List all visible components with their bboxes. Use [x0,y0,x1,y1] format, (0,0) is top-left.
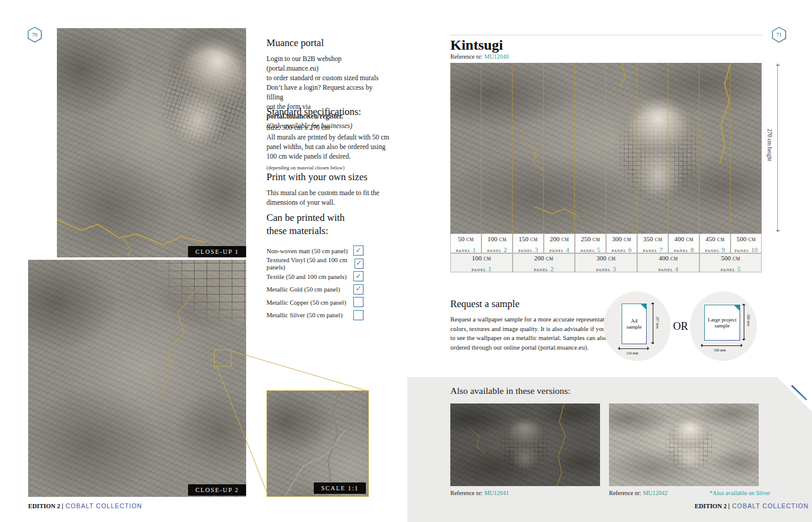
version1-thumbnail [450,403,600,486]
top-rule [450,35,762,35]
reference-number: MU12041 [484,490,509,496]
material-checkbox[interactable] [353,297,363,307]
panel-cell: 200CMPANEL4 [544,233,575,253]
voxel-face [657,408,723,481]
a4-sample-badge: A4 sample 297 mm 210 mm [604,292,671,361]
panel-cell: 300CMPANEL6 [606,233,637,253]
catalog-spread: 70 CLOSE-UP 1 CLOSE-UP 2 SCALE 1:1 [0,0,812,522]
version2-thumbnail [609,403,759,486]
portal-line: to order standard or custom sized murals [266,73,386,83]
specs-line: 100 cm wide panels if desired. [266,151,392,161]
closeup1-label: CLOSE-UP 1 [188,246,246,257]
arrow-down-icon [775,230,780,232]
panel-cell: 500CMPANEL10 [731,233,762,253]
materials-title: Can be printed with [266,212,363,224]
right-footer: EDITION 2 | COBALT COLLECTION [695,502,784,509]
page-number: 71 [771,26,787,43]
check-icon: ✓ [355,285,361,292]
scale-inset-image: SCALE 1:1 [266,390,369,497]
material-row: Metallic Gold (50 cm panel) ✓ [266,283,363,296]
material-checkbox[interactable]: ✓ [355,259,363,269]
product-title: Kintsugi [450,37,509,53]
material-row: Metallic Copper (50 cm panel) [266,296,363,309]
panel-cell: 450CMPANEL9 [699,233,731,253]
a4-paper-icon: A4 sample [622,304,647,344]
main-mural-image [450,63,762,233]
check-icon: ✓ [355,247,361,254]
material-row: Textile (50 and 100 cm panels) ✓ [266,270,363,283]
specs-line: All murals are printed by default with 5… [266,132,392,142]
voxel-texture [126,28,246,187]
left-footer: EDITION 2 | COBALT COLLECTION [28,502,142,509]
arrow-down-icon [742,339,746,341]
arrow-right-icon [741,344,743,347]
page-number-hexagon-right: 71 [771,26,787,43]
callout-line-top [231,351,367,391]
material-row: Non-woven matt (50 cm panel) ✓ [266,244,363,257]
portal-title: Muance portal [266,37,386,49]
collection-label: COBALT COLLECTION [732,502,808,509]
material-label: Metallic Copper (50 cm panel) [266,299,346,306]
arrow-up-icon [742,304,746,305]
material-row: Metallic Silver (50 cm panel) [266,309,363,322]
panel-cell: 100CMPANEL1 [450,253,513,272]
sample-line: ordered through our online portal (porta… [450,343,624,353]
panel-cell: 400CMPANEL4 [637,253,699,272]
large-width-arrow [702,345,741,346]
arrow-left-icon [701,344,702,347]
specs-title: Standard specifications: [266,106,392,118]
arrow-down-icon [651,342,655,344]
material-label: Textured Vinyl (50 and 100 cm panels) [266,256,355,271]
a4-width-label: 210 mm [626,351,638,355]
panel-cell: 400CMPANEL8 [668,233,699,253]
closeup2-label: CLOSE-UP 2 [188,484,246,496]
check-icon: ✓ [356,259,362,266]
own-sizes-section: Print with your own sizes This mural can… [266,171,392,207]
edition-label: EDITION 2 [695,503,726,509]
silver-note: *Also available on Silver [710,490,770,496]
gold-crack [267,391,368,496]
panel-cell: 350CMPANEL7 [637,233,668,253]
paper-fold-icon [734,305,740,311]
version1-reference: Reference nr: MU12041 [450,490,509,496]
panel-table-row-100cm: 100CMPANEL1 200CMPANEL2 300CMPANEL3 400C… [450,253,762,272]
large-paper-icon: Large project sample [704,305,740,341]
panel-cell: 500CMPANEL5 [699,253,762,272]
own-sizes-line: This mural can be custom made to fit the [266,188,392,198]
large-sample-badge: Large project sample 500 mm 500 mm [690,292,757,361]
panel-cell: 250CMPANEL5 [575,233,606,253]
version2-reference: Reference nr: MU12042 [609,490,668,496]
large-height-label: 500 mm [747,314,750,326]
reference-number: MU12042 [643,490,668,496]
a4-height-arrow [653,304,653,343]
panel-cell: 200CMPANEL2 [513,253,575,272]
voxel-face [492,408,558,481]
own-sizes-line: dimensions of your wall. [266,198,392,207]
panel-cell: 150CMPANEL3 [513,233,544,253]
panel-size-table: 50CMPANEL1 100CMPANEL2 150CMPANEL3 200CM… [450,233,762,272]
panel-divider-lines [450,63,762,233]
arrow-right-icon [647,347,649,350]
collection-label: COBALT COLLECTION [65,502,142,509]
sample-line: Request a wallpaper sample for a more ac… [450,315,624,324]
height-dimension-label: 270 cm height [766,129,772,161]
arrow-left-icon [618,347,620,350]
material-label: Textile (50 and 100 cm panels) [266,273,347,280]
sample-line: colors, textures and image quality. It i… [450,324,624,334]
reference-line: Reference nr: MU12040 [450,53,509,60]
panel-cell: 300CMPANEL3 [575,253,637,272]
own-sizes-title: Print with your own sizes [266,171,392,183]
material-label: Metallic Silver (50 cm panel) [266,311,343,318]
material-checkbox[interactable]: ✓ [353,284,363,295]
material-checkbox[interactable]: ✓ [353,271,363,281]
material-checkbox[interactable]: ✓ [353,245,363,256]
material-label: Metallic Gold (50 cm panel) [266,286,340,293]
paper-fold-icon [640,304,647,310]
portal-line: Don’t have a login? Request access by fi… [266,83,386,102]
specs-line: Size: 500 cm x 270 cm [266,123,392,132]
material-checkbox[interactable] [353,310,363,320]
closeup1-image: CLOSE-UP 1 [57,28,246,257]
reference-number: MU12040 [484,53,509,60]
panel-cell: 50CMPANEL1 [450,233,481,253]
specs-line: panel widths, but can also be ordered us… [266,142,392,151]
